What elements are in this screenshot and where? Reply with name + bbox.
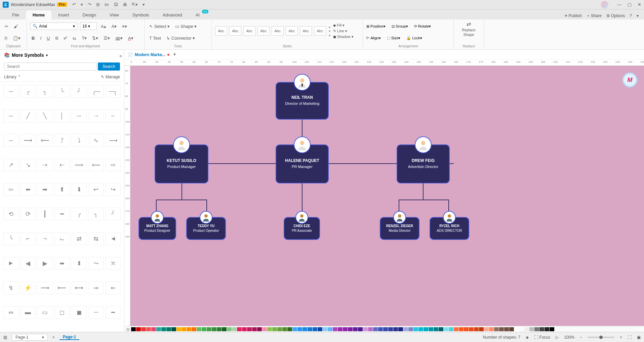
style-swatch[interactable]: Abc: [243, 26, 255, 36]
color-swatch[interactable]: [252, 327, 257, 331]
fontcolor-icon[interactable]: A▾: [127, 35, 135, 41]
canvas[interactable]: M NEIL TRAN Director of Marketing: [130, 66, 644, 326]
color-swatch[interactable]: [408, 327, 413, 331]
color-swatch[interactable]: [403, 327, 408, 331]
color-swatch[interactable]: [308, 327, 312, 331]
org-node-product-mgr[interactable]: KETUT SUSILO Product Manager: [155, 144, 208, 183]
color-swatch[interactable]: [242, 327, 247, 331]
shape-swatch[interactable]: │: [54, 110, 70, 122]
lock-button[interactable]: 🔒 Lock▾: [406, 36, 422, 40]
shape-swatch[interactable]: ↯: [3, 282, 18, 294]
shape-swatch[interactable]: ╭: [72, 208, 87, 220]
color-swatch[interactable]: [398, 327, 403, 331]
shape-swatch[interactable]: ⇒: [89, 282, 104, 294]
gallery-more-icon[interactable]: ▾: [329, 34, 330, 37]
shape-swatch[interactable]: ∿: [89, 134, 104, 147]
shape-swatch[interactable]: ⇦: [3, 183, 18, 196]
shape-swatch[interactable]: ⇠: [54, 159, 70, 171]
color-swatch[interactable]: [151, 327, 156, 331]
style-swatch[interactable]: Abc: [215, 26, 227, 36]
shape-swatch[interactable]: ┌: [21, 85, 36, 98]
tab-home[interactable]: Home: [26, 10, 51, 19]
shape-swatch[interactable]: ⟶: [21, 134, 36, 147]
play-icon[interactable]: ▷: [556, 335, 559, 340]
highlight-icon[interactable]: ab▾: [114, 35, 124, 41]
shape-swatch[interactable]: └: [54, 85, 70, 98]
color-swatch[interactable]: [373, 327, 378, 331]
color-swatch[interactable]: [323, 327, 327, 331]
color-swatch[interactable]: [429, 327, 433, 331]
shape-swatch[interactable]: ▶: [37, 257, 52, 270]
color-swatch[interactable]: [514, 327, 519, 331]
undo-icon[interactable]: ↶: [72, 2, 76, 7]
group-button[interactable]: ⊡ Group▾: [392, 24, 408, 29]
shape-swatch[interactable]: ↪: [106, 183, 121, 196]
color-swatch[interactable]: [333, 327, 337, 331]
symbol-search-input[interactable]: [4, 62, 96, 71]
color-swatch[interactable]: [222, 327, 227, 331]
shape-swatch[interactable]: ▬: [21, 306, 36, 319]
shape-swatch[interactable]: ╯: [106, 208, 121, 220]
color-swatch[interactable]: [363, 327, 368, 331]
color-swatch[interactable]: [459, 327, 464, 331]
collapse-panel-icon[interactable]: «: [119, 53, 122, 58]
shape-swatch[interactable]: ⟵: [37, 134, 52, 147]
gallery-up-icon[interactable]: ▴: [329, 25, 330, 29]
shape-swatch[interactable]: ⬆: [54, 183, 70, 196]
align-button[interactable]: ⊢ Align▾: [366, 36, 381, 40]
add-page-button[interactable]: +: [52, 335, 55, 340]
color-swatch[interactable]: [489, 327, 494, 331]
format-painter-icon[interactable]: 🖌: [12, 23, 19, 30]
tab-insert[interactable]: Insert: [51, 10, 76, 19]
color-swatch[interactable]: [444, 327, 448, 331]
shape-swatch[interactable]: ⤳: [89, 257, 104, 270]
color-swatch[interactable]: [192, 327, 196, 331]
fullscreen-icon[interactable]: ⛶: [628, 335, 632, 340]
color-swatch[interactable]: [545, 327, 549, 331]
shape-swatch[interactable]: ⇢: [37, 159, 52, 171]
shape-swatch[interactable]: ⇐: [106, 282, 121, 294]
tab-advanced[interactable]: Advanced: [156, 10, 189, 19]
tab-view[interactable]: View: [103, 10, 126, 19]
position-button[interactable]: ⊞ Position▾: [366, 24, 386, 29]
color-swatch[interactable]: [413, 327, 418, 331]
color-swatch[interactable]: [217, 327, 222, 331]
color-swatch[interactable]: [287, 327, 292, 331]
decrease-font-icon[interactable]: A▾: [110, 23, 118, 30]
style-swatch[interactable]: Abc: [257, 26, 270, 36]
close-icon[interactable]: ✕: [638, 2, 641, 7]
color-swatch[interactable]: [176, 327, 181, 331]
color-swatch[interactable]: [353, 327, 358, 331]
shape-swatch[interactable]: ━: [54, 208, 70, 220]
shape-swatch[interactable]: ⟳: [21, 208, 36, 220]
color-swatch[interactable]: [171, 327, 176, 331]
shape-swatch[interactable]: ─: [3, 110, 18, 122]
color-swatch[interactable]: [550, 327, 554, 331]
bold-icon[interactable]: B: [30, 35, 36, 41]
share-button[interactable]: ⚬ Share: [587, 13, 602, 18]
shape-swatch[interactable]: ⟵: [54, 282, 70, 294]
tab-symbols[interactable]: Symbols: [126, 10, 156, 19]
shape-swatch[interactable]: ⬍: [72, 257, 87, 270]
shape-swatch[interactable]: ╲: [37, 110, 52, 122]
color-swatch[interactable]: [469, 327, 474, 331]
shape-swatch[interactable]: ◄: [106, 232, 121, 245]
shape-swatch[interactable]: ⟹: [72, 159, 87, 171]
org-node-pr-mgr[interactable]: HALENE PAQUET PR Manager: [276, 144, 329, 183]
color-swatch[interactable]: [161, 327, 166, 331]
color-swatch[interactable]: [368, 327, 373, 331]
copy-icon[interactable]: ⎘: [3, 35, 9, 41]
shape-swatch[interactable]: ◻: [54, 306, 70, 319]
color-swatch[interactable]: [262, 327, 267, 331]
fill-button[interactable]: ◆ Fill ▾: [333, 23, 354, 28]
publish-button[interactable]: ✈ Publish: [564, 13, 582, 18]
color-swatch[interactable]: [449, 327, 453, 331]
shape-swatch[interactable]: ⇔: [3, 306, 18, 319]
zoom-in-button[interactable]: +: [620, 335, 622, 340]
color-swatch[interactable]: [534, 327, 539, 331]
color-swatch[interactable]: [439, 327, 443, 331]
style-swatch[interactable]: Abc: [272, 26, 284, 36]
shape-swatch[interactable]: ┘: [72, 85, 87, 98]
color-swatch[interactable]: [237, 327, 242, 331]
shape-swatch[interactable]: ⬇: [72, 183, 87, 196]
